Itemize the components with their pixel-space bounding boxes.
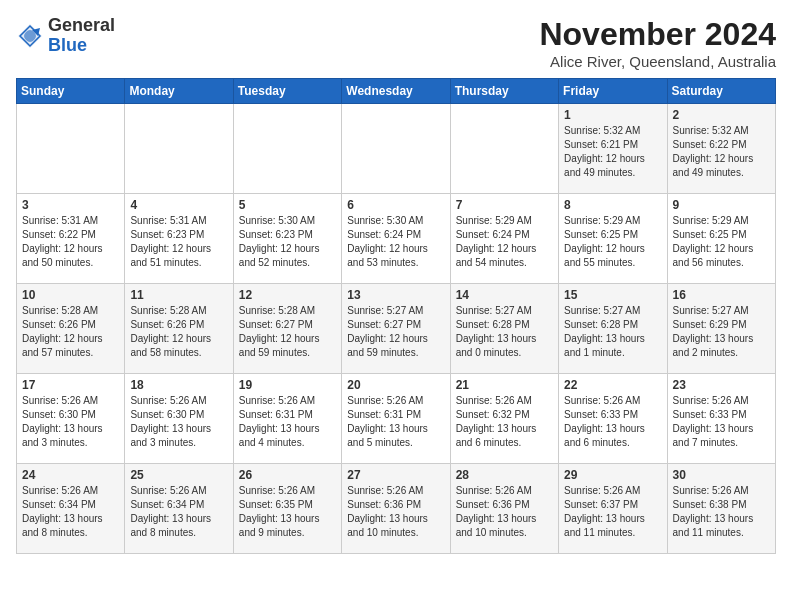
calendar-cell: 19Sunrise: 5:26 AMSunset: 6:31 PMDayligh… <box>233 374 341 464</box>
calendar-cell: 2Sunrise: 5:32 AMSunset: 6:22 PMDaylight… <box>667 104 775 194</box>
calendar-cell: 9Sunrise: 5:29 AMSunset: 6:25 PMDaylight… <box>667 194 775 284</box>
calendar-cell <box>17 104 125 194</box>
month-title: November 2024 <box>539 16 776 53</box>
day-number: 22 <box>564 378 661 392</box>
calendar-cell: 20Sunrise: 5:26 AMSunset: 6:31 PMDayligh… <box>342 374 450 464</box>
calendar-cell: 1Sunrise: 5:32 AMSunset: 6:21 PMDaylight… <box>559 104 667 194</box>
calendar-cell: 25Sunrise: 5:26 AMSunset: 6:34 PMDayligh… <box>125 464 233 554</box>
day-number: 25 <box>130 468 227 482</box>
day-number: 26 <box>239 468 336 482</box>
day-header-thursday: Thursday <box>450 79 558 104</box>
title-area: November 2024 Alice River, Queensland, A… <box>539 16 776 70</box>
day-number: 16 <box>673 288 770 302</box>
day-info: Sunrise: 5:26 AMSunset: 6:37 PMDaylight:… <box>564 484 661 540</box>
day-info: Sunrise: 5:31 AMSunset: 6:23 PMDaylight:… <box>130 214 227 270</box>
day-info: Sunrise: 5:26 AMSunset: 6:33 PMDaylight:… <box>564 394 661 450</box>
day-number: 11 <box>130 288 227 302</box>
calendar-cell: 22Sunrise: 5:26 AMSunset: 6:33 PMDayligh… <box>559 374 667 464</box>
day-info: Sunrise: 5:26 AMSunset: 6:30 PMDaylight:… <box>130 394 227 450</box>
day-info: Sunrise: 5:27 AMSunset: 6:29 PMDaylight:… <box>673 304 770 360</box>
day-number: 14 <box>456 288 553 302</box>
day-info: Sunrise: 5:29 AMSunset: 6:24 PMDaylight:… <box>456 214 553 270</box>
day-info: Sunrise: 5:26 AMSunset: 6:38 PMDaylight:… <box>673 484 770 540</box>
logo-text: General Blue <box>48 16 115 56</box>
calendar-cell <box>342 104 450 194</box>
calendar-cell: 27Sunrise: 5:26 AMSunset: 6:36 PMDayligh… <box>342 464 450 554</box>
calendar-table: SundayMondayTuesdayWednesdayThursdayFrid… <box>16 78 776 554</box>
day-info: Sunrise: 5:26 AMSunset: 6:34 PMDaylight:… <box>130 484 227 540</box>
logo: General Blue <box>16 16 115 56</box>
calendar-cell: 12Sunrise: 5:28 AMSunset: 6:27 PMDayligh… <box>233 284 341 374</box>
day-info: Sunrise: 5:30 AMSunset: 6:23 PMDaylight:… <box>239 214 336 270</box>
day-number: 20 <box>347 378 444 392</box>
day-info: Sunrise: 5:26 AMSunset: 6:36 PMDaylight:… <box>456 484 553 540</box>
day-number: 21 <box>456 378 553 392</box>
day-number: 28 <box>456 468 553 482</box>
calendar-cell: 29Sunrise: 5:26 AMSunset: 6:37 PMDayligh… <box>559 464 667 554</box>
day-info: Sunrise: 5:26 AMSunset: 6:34 PMDaylight:… <box>22 484 119 540</box>
day-number: 1 <box>564 108 661 122</box>
day-number: 23 <box>673 378 770 392</box>
calendar-cell: 28Sunrise: 5:26 AMSunset: 6:36 PMDayligh… <box>450 464 558 554</box>
day-info: Sunrise: 5:26 AMSunset: 6:35 PMDaylight:… <box>239 484 336 540</box>
day-number: 17 <box>22 378 119 392</box>
day-info: Sunrise: 5:29 AMSunset: 6:25 PMDaylight:… <box>564 214 661 270</box>
calendar-cell: 26Sunrise: 5:26 AMSunset: 6:35 PMDayligh… <box>233 464 341 554</box>
calendar-cell: 13Sunrise: 5:27 AMSunset: 6:27 PMDayligh… <box>342 284 450 374</box>
day-header-wednesday: Wednesday <box>342 79 450 104</box>
day-number: 18 <box>130 378 227 392</box>
day-number: 27 <box>347 468 444 482</box>
day-info: Sunrise: 5:28 AMSunset: 6:26 PMDaylight:… <box>22 304 119 360</box>
day-number: 24 <box>22 468 119 482</box>
day-header-tuesday: Tuesday <box>233 79 341 104</box>
day-header-sunday: Sunday <box>17 79 125 104</box>
calendar-cell: 17Sunrise: 5:26 AMSunset: 6:30 PMDayligh… <box>17 374 125 464</box>
calendar-cell: 7Sunrise: 5:29 AMSunset: 6:24 PMDaylight… <box>450 194 558 284</box>
day-info: Sunrise: 5:27 AMSunset: 6:28 PMDaylight:… <box>456 304 553 360</box>
calendar-cell: 11Sunrise: 5:28 AMSunset: 6:26 PMDayligh… <box>125 284 233 374</box>
calendar-week-row: 1Sunrise: 5:32 AMSunset: 6:21 PMDaylight… <box>17 104 776 194</box>
calendar-cell: 16Sunrise: 5:27 AMSunset: 6:29 PMDayligh… <box>667 284 775 374</box>
day-info: Sunrise: 5:31 AMSunset: 6:22 PMDaylight:… <box>22 214 119 270</box>
day-info: Sunrise: 5:26 AMSunset: 6:32 PMDaylight:… <box>456 394 553 450</box>
day-header-friday: Friday <box>559 79 667 104</box>
calendar-week-row: 10Sunrise: 5:28 AMSunset: 6:26 PMDayligh… <box>17 284 776 374</box>
day-number: 8 <box>564 198 661 212</box>
logo-icon <box>16 22 44 50</box>
location: Alice River, Queensland, Australia <box>539 53 776 70</box>
calendar-cell: 10Sunrise: 5:28 AMSunset: 6:26 PMDayligh… <box>17 284 125 374</box>
calendar-cell: 21Sunrise: 5:26 AMSunset: 6:32 PMDayligh… <box>450 374 558 464</box>
day-info: Sunrise: 5:32 AMSunset: 6:21 PMDaylight:… <box>564 124 661 180</box>
calendar-week-row: 24Sunrise: 5:26 AMSunset: 6:34 PMDayligh… <box>17 464 776 554</box>
day-number: 4 <box>130 198 227 212</box>
day-number: 7 <box>456 198 553 212</box>
day-number: 5 <box>239 198 336 212</box>
day-info: Sunrise: 5:29 AMSunset: 6:25 PMDaylight:… <box>673 214 770 270</box>
day-info: Sunrise: 5:28 AMSunset: 6:26 PMDaylight:… <box>130 304 227 360</box>
calendar-header-row: SundayMondayTuesdayWednesdayThursdayFrid… <box>17 79 776 104</box>
day-number: 10 <box>22 288 119 302</box>
calendar-cell <box>233 104 341 194</box>
calendar-cell: 30Sunrise: 5:26 AMSunset: 6:38 PMDayligh… <box>667 464 775 554</box>
calendar-cell <box>450 104 558 194</box>
calendar-body: 1Sunrise: 5:32 AMSunset: 6:21 PMDaylight… <box>17 104 776 554</box>
day-number: 29 <box>564 468 661 482</box>
day-number: 9 <box>673 198 770 212</box>
day-info: Sunrise: 5:26 AMSunset: 6:31 PMDaylight:… <box>239 394 336 450</box>
header: General Blue November 2024 Alice River, … <box>16 16 776 70</box>
calendar-cell: 24Sunrise: 5:26 AMSunset: 6:34 PMDayligh… <box>17 464 125 554</box>
calendar-cell: 18Sunrise: 5:26 AMSunset: 6:30 PMDayligh… <box>125 374 233 464</box>
calendar-cell: 3Sunrise: 5:31 AMSunset: 6:22 PMDaylight… <box>17 194 125 284</box>
day-number: 6 <box>347 198 444 212</box>
day-info: Sunrise: 5:28 AMSunset: 6:27 PMDaylight:… <box>239 304 336 360</box>
calendar-cell: 15Sunrise: 5:27 AMSunset: 6:28 PMDayligh… <box>559 284 667 374</box>
day-number: 30 <box>673 468 770 482</box>
day-info: Sunrise: 5:26 AMSunset: 6:36 PMDaylight:… <box>347 484 444 540</box>
calendar-cell: 8Sunrise: 5:29 AMSunset: 6:25 PMDaylight… <box>559 194 667 284</box>
calendar-cell: 14Sunrise: 5:27 AMSunset: 6:28 PMDayligh… <box>450 284 558 374</box>
day-info: Sunrise: 5:32 AMSunset: 6:22 PMDaylight:… <box>673 124 770 180</box>
day-number: 2 <box>673 108 770 122</box>
day-number: 15 <box>564 288 661 302</box>
calendar-week-row: 17Sunrise: 5:26 AMSunset: 6:30 PMDayligh… <box>17 374 776 464</box>
day-header-monday: Monday <box>125 79 233 104</box>
